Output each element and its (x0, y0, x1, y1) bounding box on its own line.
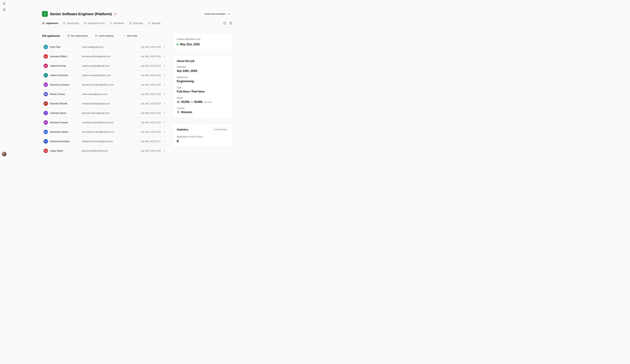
applicant-row[interactable]: RH Richie O'Hara richie.ohara@yahoo.com … (42, 89, 167, 99)
tab-openings[interactable]: Openings (129, 22, 143, 25)
content-columns: 455 applicants · New applications Latest… (42, 33, 232, 156)
tab-actions (223, 22, 232, 25)
applicant-email: erich.rau@gmail.com (82, 46, 141, 48)
tab-workflows[interactable]: Workflows (110, 22, 124, 25)
dot-separator: · (118, 34, 118, 37)
applicant-avatar: JE (44, 54, 48, 58)
applicant-email: caterina.purdy@gmail.com (82, 64, 141, 67)
copy-icon[interactable] (230, 22, 232, 25)
applicant-name: Adrien O'Connell (50, 74, 82, 77)
layers-icon (67, 34, 70, 37)
document-icon (63, 22, 66, 25)
open-applicant-icon[interactable] (163, 102, 166, 105)
applicant-count: 455 applicants (42, 34, 60, 37)
salary-value-row: $120k — $140k per year (177, 100, 228, 104)
applicant-row[interactable]: DK Dakota Kertzmann dakota.kertzmann@gma… (42, 137, 167, 146)
open-applicant-icon[interactable] (163, 55, 166, 58)
search-icon[interactable] (2, 2, 6, 5)
page-title: Senior Software Engineer (Platform) (50, 12, 112, 16)
statistics-title: Statistics (177, 128, 188, 131)
open-applicant-icon[interactable] (163, 83, 166, 86)
arrow-right-icon (227, 13, 230, 15)
job-header: Senior Software Engineer (Platform) Invi… (42, 11, 232, 17)
main-content: Senior Software Engineer (Platform) Invi… (42, 11, 232, 156)
open-applicant-icon[interactable] (163, 149, 166, 152)
status-dot (177, 44, 178, 45)
latest-opening-badge[interactable]: Latest opening (212, 127, 228, 131)
applicant-email: emmett.okeefe@gmail.com (82, 102, 141, 105)
metric-label: Applications in last 24 hours (177, 135, 228, 138)
open-applicant-icon[interactable] (163, 112, 166, 114)
applicant-name: Erich Rau (50, 46, 82, 48)
applicant-name: Montana Stracke (50, 121, 82, 124)
tab-label: Openings (133, 22, 143, 24)
applicant-date: Apr 24th, 2025 01:00 (141, 150, 161, 152)
tab-label: Manage (152, 22, 160, 24)
chip-label: Add a filter (127, 34, 138, 37)
accepts-until-card: Accepts applications until May 31st, 202… (172, 33, 232, 50)
applicant-row[interactable]: JE Jermaine Effertz jermaine.effertz@gma… (42, 52, 167, 61)
applicant-row[interactable]: CP Caterina Purdy caterina.purdy@gmail.c… (42, 61, 167, 71)
applicant-row[interactable]: ER Erich Rau erich.rau@gmail.com Apr 24t… (42, 42, 167, 52)
favorite-star-icon[interactable] (114, 12, 117, 16)
published-value: Apr 24th, 2025 (177, 69, 228, 73)
open-applicant-icon[interactable] (163, 131, 166, 133)
location-value-row: Remote (177, 110, 228, 114)
applicant-row[interactable]: EK Emmett O'Keefe emmett.okeefe@gmail.co… (42, 99, 167, 108)
applicant-date: Apr 24th, 2025 01:36 (141, 93, 161, 95)
applicants-panel: 455 applicants · New applications Latest… (42, 33, 167, 156)
applicant-name: Jermaine Effertz (50, 55, 82, 58)
applicant-row[interactable]: JW Jaclyn Ward jaclyn.ward@hotmail.com A… (42, 146, 167, 156)
applicant-name: Earnestine Marks (50, 131, 82, 133)
filter-toolbar: 455 applicants · New applications Latest… (42, 33, 167, 38)
open-applicant-icon[interactable] (163, 93, 166, 95)
applicant-date: Apr 24th, 2025 01:44 (141, 74, 161, 77)
job-details-sidebar: Accepts applications until May 31st, 202… (172, 33, 232, 152)
location-label: Location (177, 107, 228, 109)
filter-new-applications-chip[interactable]: New applications (65, 33, 90, 38)
add-filter-button[interactable]: Add a filter (120, 33, 140, 38)
open-applicant-icon[interactable] (163, 74, 166, 77)
user-avatar[interactable] (2, 152, 7, 156)
external-link-icon[interactable] (223, 22, 226, 25)
applicant-row[interactable]: EM Earnestine Marks earnestine.marks@hot… (42, 127, 167, 137)
open-applicant-icon[interactable] (163, 46, 166, 48)
tab-job-posting[interactable]: Job posting (63, 22, 79, 25)
open-applicant-icon[interactable] (163, 64, 166, 67)
applicant-date: Apr 24th, 2025 01:17 (141, 140, 161, 143)
applicant-date: Apr 24th, 2025 02:08 (141, 46, 161, 48)
applicant-row[interactable]: AC Adrien O'Connell adrien.oconnell@yaho… (42, 71, 167, 80)
applicant-date: Apr 24th, 2025 02:02 (141, 65, 161, 67)
open-applicant-icon[interactable] (163, 121, 166, 124)
applicant-avatar: RH (44, 92, 48, 96)
type-label: Type (177, 86, 228, 89)
invite-team-members-button[interactable]: Invite team members (202, 11, 232, 17)
applicant-name: Demarcus Hudson (50, 83, 82, 86)
published-field: Published Apr 24th, 2025 (177, 66, 228, 73)
open-applicant-icon[interactable] (163, 140, 166, 143)
filter-latest-opening-chip[interactable]: Latest opening (92, 33, 116, 38)
form-layout-icon (84, 22, 86, 25)
applicant-name: Emmett O'Keefe (50, 102, 82, 105)
tab-bar: Applicants Job posting Application form … (42, 22, 232, 27)
chip-label: Latest opening (98, 34, 114, 37)
tab-applicants[interactable]: Applicants (42, 22, 58, 25)
applicant-date: Apr 24th, 2025 01:26 (141, 112, 161, 114)
applicant-row[interactable]: MS Montana Stracke montana.stracke@hotma… (42, 118, 167, 127)
tab-application-form[interactable]: Application form (84, 22, 105, 25)
applicant-date: Apr 24th, 2025 01:29 (141, 102, 161, 105)
applicant-email: demarcus.hudson@yahoo.com (82, 83, 141, 86)
applicant-avatar: EK (44, 101, 48, 106)
salary-suffix: per year (204, 101, 212, 103)
clipboard-icon (129, 22, 132, 25)
bell-icon[interactable] (2, 8, 6, 11)
tab-manage[interactable]: Manage (148, 22, 160, 25)
applicant-date: Apr 24th, 2025 02:06 (141, 55, 161, 58)
about-job-title: About this job (177, 59, 228, 62)
applicant-row[interactable]: JZ Joshuah Zieme joshuah.zieme@gmail.com… (42, 108, 167, 118)
type-field: Type Full-time / Part-time (177, 86, 228, 93)
applicant-row[interactable]: DH Demarcus Hudson demarcus.hudson@yahoo… (42, 80, 167, 89)
banknote-icon (177, 100, 180, 103)
applicant-avatar: DK (44, 139, 48, 144)
applicant-email: montana.stracke@hotmail.com (82, 121, 141, 124)
